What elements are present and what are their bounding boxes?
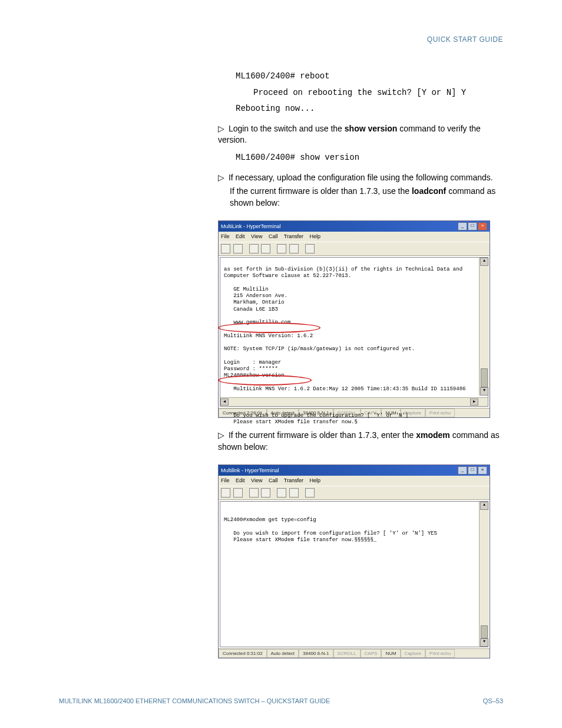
hyperterminal-window: MultiLink - HyperTerminal _ □ × File Edi… <box>218 220 490 418</box>
menu-edit[interactable]: Edit <box>236 233 245 239</box>
toolbar <box>219 242 490 256</box>
term-line: Login : manager <box>224 360 281 365</box>
footer-left: MULTILINK ML1600/2400 ETHERNET COMMUNICA… <box>59 697 330 704</box>
minimize-icon[interactable]: _ <box>458 222 467 230</box>
triangle-icon: ▷ <box>218 172 226 184</box>
menu-help[interactable]: Help <box>310 477 321 483</box>
menu-transfer[interactable]: Transfer <box>284 477 303 483</box>
terminal-area[interactable]: ML2400#xmodem get type=config Do you wis… <box>220 501 488 647</box>
cmd-bold: xmodem <box>416 430 450 440</box>
code-line: ML1600/2400# show version <box>236 152 503 164</box>
status-connected: Connected 0:31:02 <box>219 649 267 658</box>
cmd-bold: loadconf <box>412 186 446 196</box>
status-num: NUM <box>381 649 400 658</box>
scroll-down-icon[interactable]: ▼ <box>480 387 488 396</box>
term-line: Password : ****** <box>224 366 278 372</box>
scrollbar-vertical[interactable]: ▲ ▼ <box>479 258 489 396</box>
term-line: MultiLink MNS Version: 1.6.2 <box>224 333 313 339</box>
term-line: MultiLink MNS Ver: 1.6.2 Date:May 12 200… <box>224 386 465 392</box>
window-titlebar[interactable]: Multilink - HyperTerminal _ □ × <box>219 465 490 476</box>
menu-call[interactable]: Call <box>269 233 278 239</box>
close-icon[interactable]: × <box>478 466 487 475</box>
scroll-thumb[interactable] <box>481 368 488 387</box>
scroll-right-icon[interactable]: ▶ <box>470 398 478 406</box>
statusbar: Connected 0:31:02 Auto detect 38400 8-N-… <box>219 648 490 658</box>
cmd-bold: show version <box>345 124 397 133</box>
hyperterminal-window: Multilink - HyperTerminal _ □ × File Edi… <box>218 465 490 658</box>
status-scroll: SCROLL <box>333 649 361 658</box>
term-line: Do you wish to import from configuration… <box>224 531 437 536</box>
term-line: Computer Software clause at 52.227-7013. <box>224 273 351 279</box>
footer-page: QS–53 <box>483 697 503 704</box>
menubar[interactable]: File Edit View Call Transfer Help <box>219 476 490 486</box>
toolbar-connect-icon[interactable] <box>249 244 259 253</box>
term-line: GE Multilin <box>224 286 269 292</box>
menu-edit[interactable]: Edit <box>236 477 245 483</box>
minimize-icon[interactable]: _ <box>458 466 467 475</box>
status-capture: Capture <box>401 649 425 658</box>
scrollbar-horizontal[interactable]: ◀ ▶ <box>220 397 488 406</box>
terminal-area[interactable]: as set forth in Sub-division (b)(3)(ii) … <box>220 257 488 407</box>
code-line: Proceed on rebooting the switch? [Y or N… <box>253 87 503 99</box>
status-printecho: Print echo <box>425 649 455 658</box>
window-title: Multilink - HyperTerminal <box>221 467 279 475</box>
step-text: Login to the switch and use the <box>229 124 345 133</box>
triangle-icon: ▷ <box>218 123 226 135</box>
menu-file[interactable]: File <box>221 233 230 239</box>
menu-file[interactable]: File <box>221 477 230 483</box>
step-text: If necessary, upload the configuration f… <box>229 173 493 182</box>
step-item: ▷ If necessary, upload the configuration… <box>218 172 503 209</box>
maximize-icon[interactable]: □ <box>468 222 477 230</box>
annotation-circle <box>218 375 312 386</box>
term-line: Markham, Ontario <box>224 299 285 305</box>
step-text: If the current firmware is older than 1.… <box>230 186 412 196</box>
toolbar-open-icon[interactable] <box>233 488 243 498</box>
step-text: If the current firmware is older than 1.… <box>229 430 416 440</box>
close-icon[interactable]: × <box>478 222 487 230</box>
toolbar-new-icon[interactable] <box>221 488 230 498</box>
status-detect: Auto detect <box>267 649 299 658</box>
term-line: 215 Anderson Ave. <box>224 293 287 299</box>
toolbar-receive-icon[interactable] <box>289 244 299 253</box>
toolbar-connect-icon[interactable] <box>249 488 259 498</box>
toolbar-disconnect-icon[interactable] <box>261 244 270 253</box>
status-printecho: Print echo <box>425 409 455 417</box>
scroll-down-icon[interactable]: ▼ <box>480 638 488 647</box>
term-line: Canada L6E 1B3 <box>224 307 278 312</box>
toolbar-send-icon[interactable] <box>277 244 286 253</box>
code-line: Rebooting now... <box>236 103 503 115</box>
term-line: as set forth in Sub-division (b)(3)(ii) … <box>224 266 462 272</box>
toolbar <box>219 486 490 500</box>
menu-help[interactable]: Help <box>310 233 321 239</box>
scroll-up-icon[interactable]: ▲ <box>480 502 488 510</box>
scroll-up-icon[interactable]: ▲ <box>480 258 488 266</box>
term-line: Please start XModem file transfer now.§§… <box>224 537 376 543</box>
toolbar-properties-icon[interactable] <box>305 488 315 498</box>
scrollbar-vertical[interactable]: ▲ ▼ <box>479 502 489 647</box>
status-baud: 38400 8-N-1 <box>299 649 333 658</box>
menu-transfer[interactable]: Transfer <box>284 233 303 239</box>
term-line: NOTE: System TCP/IP (ip/mask/gateway) is… <box>224 346 415 352</box>
status-caps: CAPS <box>361 649 382 658</box>
scroll-thumb[interactable] <box>481 625 488 638</box>
code-line: ML1600/2400# reboot <box>236 71 503 83</box>
term-line: ML2400#xmodem get type=config <box>224 517 316 523</box>
toolbar-open-icon[interactable] <box>233 244 243 253</box>
toolbar-send-icon[interactable] <box>277 488 286 498</box>
window-titlebar[interactable]: MultiLink - HyperTerminal _ □ × <box>219 221 490 232</box>
maximize-icon[interactable]: □ <box>468 466 477 475</box>
window-title: MultiLink - HyperTerminal <box>221 223 281 230</box>
menu-view[interactable]: View <box>251 477 262 483</box>
annotation-circle <box>218 322 320 333</box>
toolbar-disconnect-icon[interactable] <box>261 488 270 498</box>
menubar[interactable]: File Edit View Call Transfer Help <box>219 232 490 242</box>
menu-call[interactable]: Call <box>269 477 278 483</box>
step-item: ▷ Login to the switch and use the show v… <box>218 123 503 146</box>
menu-view[interactable]: View <box>251 233 262 239</box>
toolbar-receive-icon[interactable] <box>289 488 299 498</box>
step-item: ▷ If the current firmware is older than … <box>218 430 503 453</box>
scroll-left-icon[interactable]: ◀ <box>220 398 229 406</box>
toolbar-new-icon[interactable] <box>221 244 230 253</box>
page-header: QUICK START GUIDE <box>427 35 503 44</box>
toolbar-properties-icon[interactable] <box>305 244 315 253</box>
